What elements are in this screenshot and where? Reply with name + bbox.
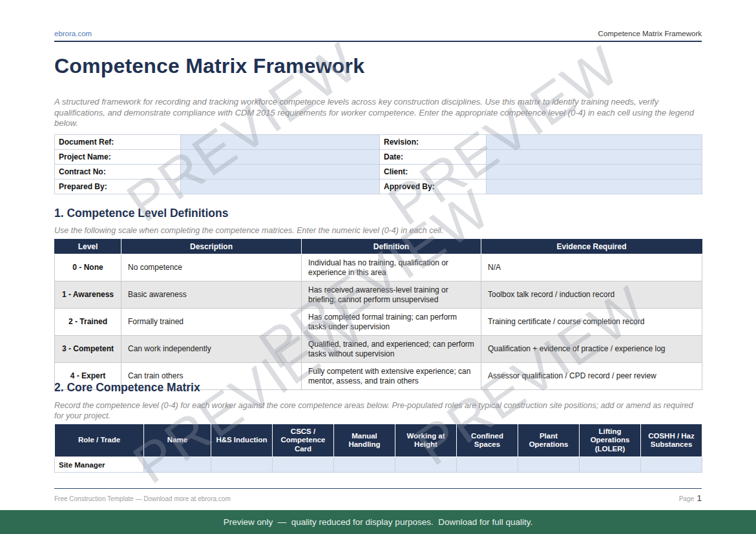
doc-info-value-field[interactable] — [487, 165, 702, 180]
doc-info-value-field[interactable] — [181, 165, 380, 180]
page-footer: Free Construction Template — Download mo… — [54, 488, 702, 504]
level-cell: 2 - Trained — [55, 309, 121, 336]
definitions-header-row: LevelDescriptionDefinitionEvidence Requi… — [55, 239, 702, 254]
matrix-column-header: CSCS / Competence Card — [273, 424, 334, 457]
matrix-column-header: Lifting Operations (LOLER) — [580, 424, 641, 457]
matrix-column-header: Name — [144, 424, 211, 457]
matrix-column-header: Confined Spaces — [457, 424, 518, 457]
page-title: Competence Matrix Framework — [54, 54, 702, 78]
doc-info-label: Document Ref: — [55, 135, 181, 150]
matrix-entry-field[interactable] — [580, 457, 641, 473]
doc-info-label: Approved By: — [380, 180, 487, 194]
level-cell: 1 - Awareness — [55, 282, 121, 309]
definition-cell: Individual has no training, qualificatio… — [302, 254, 481, 282]
definitions-row: 3 - CompetentCan work independentlyQuali… — [55, 336, 702, 363]
definitions-row: 1 - AwarenessBasic awarenessHas received… — [55, 282, 702, 309]
running-header-title: Competence Matrix Framework — [598, 30, 702, 37]
matrix-entry-field[interactable] — [144, 457, 211, 473]
definitions-column-header: Definition — [302, 239, 481, 254]
definitions-column-header: Evidence Required — [481, 239, 702, 254]
doc-info-label: Revision: — [380, 135, 487, 150]
matrix-entry-field[interactable] — [395, 457, 457, 473]
definition-cell: Has completed formal training; can perfo… — [302, 309, 481, 336]
matrix-column-header: Working at Height — [395, 424, 457, 457]
doc-info-value-field[interactable] — [487, 180, 702, 194]
definition-cell: Qualified, trained, and experienced; can… — [302, 336, 481, 363]
doc-info-label: Contract No: — [55, 165, 181, 180]
level-cell: 0 - None — [55, 254, 121, 282]
evidence-cell: Training certificate / course completion… — [481, 309, 702, 336]
definitions-row: 2 - TrainedFormally trainedHas completed… — [55, 309, 702, 336]
matrix-row: Site Manager — [55, 457, 702, 473]
section2-description: Record the competence level (0-4) for ea… — [54, 400, 702, 421]
doc-info-label: Prepared By: — [55, 180, 181, 194]
definitions-row: 0 - NoneNo competenceIndividual has no t… — [55, 254, 702, 282]
description-cell: Can work independently — [121, 336, 302, 363]
matrix-entry-field[interactable] — [457, 457, 518, 473]
site-link[interactable]: ebrora.com — [54, 30, 92, 37]
doc-info-row: Contract No:Client: — [55, 165, 702, 180]
preview-quality-banner: Preview only — quality reduced for displ… — [0, 510, 756, 534]
evidence-cell: Qualification + evidence of practice / e… — [481, 336, 702, 363]
section1-heading: 1. Competence Level Definitions — [54, 207, 702, 220]
doc-info-row: Prepared By:Approved By: — [55, 180, 702, 194]
running-header: ebrora.com Competence Matrix Framework — [54, 30, 702, 42]
matrix-column-header: COSHH / Haz Substances — [641, 424, 702, 457]
matrix-column-header: Manual Handling — [334, 424, 395, 457]
level-cell: 3 - Competent — [55, 336, 121, 363]
doc-info-value-field[interactable] — [181, 135, 380, 150]
doc-info-row: Project Name:Date: — [55, 150, 702, 165]
doc-info-value-field[interactable] — [487, 150, 702, 165]
matrix-header-row: Role / TradeNameH&S InductionCSCS / Comp… — [55, 424, 702, 457]
matrix-entry-field[interactable] — [518, 457, 580, 473]
matrix-entry-field[interactable] — [211, 457, 273, 473]
matrix-role-cell: Site Manager — [55, 457, 144, 473]
doc-info-value-field[interactable] — [181, 150, 380, 165]
page-indicator: Page 1 — [679, 492, 702, 504]
intro-paragraph: A structured framework for recording and… — [54, 97, 702, 129]
matrix-entry-field[interactable] — [334, 457, 395, 473]
page-word: Page — [679, 495, 694, 502]
description-cell: No competence — [121, 254, 302, 282]
doc-info-value-field[interactable] — [487, 135, 702, 150]
definitions-column-header: Description — [121, 239, 302, 254]
matrix-column-header: H&S Induction — [211, 424, 273, 457]
matrix-entry-field[interactable] — [641, 457, 702, 473]
doc-info-label: Date: — [380, 150, 487, 165]
competence-definitions-table: LevelDescriptionDefinitionEvidence Requi… — [54, 239, 702, 390]
core-competence-matrix-table: Role / TradeNameH&S InductionCSCS / Comp… — [54, 424, 702, 473]
doc-info-label: Project Name: — [55, 150, 181, 165]
description-cell: Basic awareness — [121, 282, 302, 309]
description-cell: Formally trained — [121, 309, 302, 336]
evidence-cell: N/A — [481, 254, 702, 282]
matrix-entry-field[interactable] — [273, 457, 334, 473]
page-number: 1 — [697, 493, 702, 503]
footer-credit[interactable]: Free Construction Template — Download mo… — [54, 495, 231, 502]
matrix-column-header: Plant Operations — [518, 424, 580, 457]
doc-info-row: Document Ref:Revision: — [55, 135, 702, 150]
definition-cell: Has received awareness-level training or… — [302, 282, 481, 309]
document-info-table: Document Ref:Revision:Project Name:Date:… — [54, 134, 702, 194]
section1-description: Use the following scale when completing … — [54, 225, 702, 236]
doc-info-label: Client: — [380, 165, 487, 180]
doc-info-value-field[interactable] — [181, 180, 380, 194]
definitions-column-header: Level — [55, 239, 121, 254]
section2-heading: 2. Core Competence Matrix — [54, 381, 702, 395]
matrix-column-header: Role / Trade — [55, 424, 144, 457]
evidence-cell: Toolbox talk record / induction record — [481, 282, 702, 309]
